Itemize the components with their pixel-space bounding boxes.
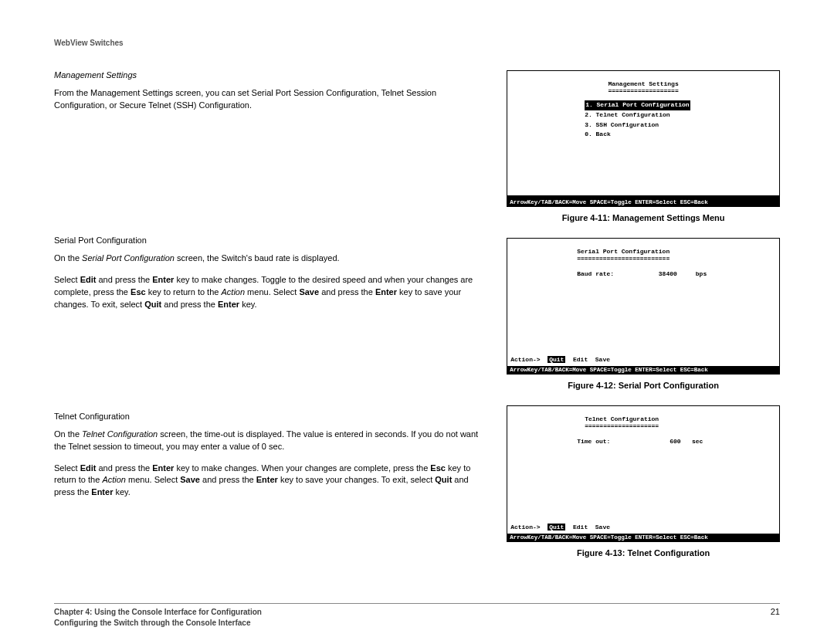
running-header: WebView Switches (54, 39, 780, 47)
figure-4-12: Serial Port Configuration ==============… (507, 238, 780, 390)
menu-item-back: 0. Back (585, 130, 771, 140)
telnet-p2: Select Edit and press the Enter key to m… (54, 463, 491, 500)
console-action-row: Action-> Quit Edit Save (510, 524, 610, 530)
left-column: Management Settings From the Management … (54, 70, 491, 573)
mgmt-intro: From the Management Settings screen, you… (54, 87, 491, 112)
telnet-p1: On the Telnet Configuration screen, the … (54, 429, 491, 453)
console-helpbar: ArrowKey/TAB/BACK=Move SPACE=Toggle ENTE… (507, 366, 779, 374)
page-footer: Chapter 4: Using the Console Interface f… (54, 603, 780, 629)
console-helpbar: ArrowKey/TAB/BACK=Move SPACE=Toggle ENTE… (507, 534, 779, 541)
figure-4-11: Management Settings =================== … (507, 70, 780, 222)
console-telnet: Telnet Configuration ===================… (507, 405, 780, 542)
serial-p1: On the Serial Port Configuration screen,… (54, 253, 491, 265)
mgmt-heading: Management Settings (54, 70, 491, 80)
menu-item-telnet: 2. Telnet Configuration (585, 110, 771, 120)
fig13-caption: Figure 4-13: Telnet Configuration (507, 548, 780, 558)
fig11-caption: Figure 4-11: Management Settings Menu (507, 213, 780, 222)
fig12-caption: Figure 4-12: Serial Port Configuration (507, 381, 780, 390)
console-helpbar: ArrowKey/TAB/BACK=Move SPACE=Toggle ENTE… (507, 198, 779, 206)
console-mgmt: Management Settings =================== … (507, 70, 780, 207)
footer-section: Configuring the Switch through the Conso… (54, 618, 262, 629)
menu-item-ssh: 3. SSH Configuration (585, 120, 771, 130)
serial-heading: Serial Port Configuration (54, 236, 491, 245)
page-number: 21 (771, 607, 780, 616)
footer-chapter: Chapter 4: Using the Console Interface f… (54, 607, 262, 618)
figure-4-13: Telnet Configuration ===================… (507, 405, 780, 558)
right-column: Management Settings =================== … (507, 70, 780, 573)
console-action-row: Action-> Quit Edit Save (510, 356, 610, 363)
console-serial: Serial Port Configuration ==============… (507, 238, 780, 375)
menu-item-serial: 1. Serial Port Configuration (585, 100, 690, 110)
serial-p2: Select Edit and press the Enter key to m… (54, 274, 491, 311)
telnet-heading: Telnet Configuration (54, 412, 491, 421)
